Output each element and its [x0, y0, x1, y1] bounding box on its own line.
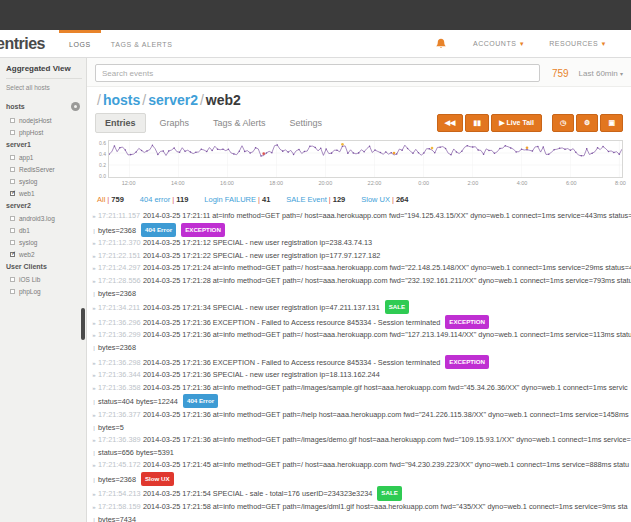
checkbox-icon[interactable]	[10, 277, 15, 282]
log-row[interactable]: »17:21:11.1572014-03-25 17:21:11 at=info…	[90, 210, 631, 237]
expand-chevron-icon[interactable]: »	[90, 211, 98, 223]
expand-chevron-icon[interactable]: »	[90, 435, 98, 447]
expand-chevron-icon[interactable]: »	[90, 358, 98, 370]
log-line-continued: |bytes=2368	[90, 342, 631, 355]
checkbox-icon[interactable]	[10, 240, 15, 245]
checkbox-icon[interactable]	[10, 216, 15, 221]
chart-plot-area[interactable]	[108, 140, 623, 178]
host-group-server2[interactable]: server2	[6, 199, 86, 212]
select-all-hosts-link[interactable]: Select all hosts	[6, 79, 86, 99]
time-button[interactable]: ◷	[552, 114, 574, 132]
log-row[interactable]: »17:21:24.2972014-03-25 17:21:24 at=info…	[90, 262, 631, 275]
expand-chevron-icon[interactable]: »	[90, 238, 98, 250]
sidebar-item-web1[interactable]: web1	[6, 187, 86, 199]
log-line: »17:21:34.2112014-03-25 17:21:34 SPECIAL…	[90, 300, 631, 315]
pause-button[interactable]: ▮▮	[465, 114, 489, 132]
sidebar-item-db1[interactable]: db1	[6, 224, 86, 236]
breadcrumb-hosts[interactable]: hosts	[103, 92, 140, 108]
tab-entries[interactable]: Entries	[95, 113, 146, 133]
sidebar-item-redisserver[interactable]: RedisServer	[6, 163, 86, 175]
settings-button[interactable]: ⚙	[576, 114, 598, 132]
expand-chevron-icon[interactable]: »	[90, 303, 98, 315]
expand-chevron-icon[interactable]: »	[90, 318, 98, 330]
breadcrumb-server2[interactable]: server2	[148, 92, 198, 108]
checkbox-checked-icon[interactable]	[10, 252, 15, 257]
checkbox-checked-icon[interactable]	[10, 191, 15, 196]
checkbox-icon[interactable]	[10, 179, 15, 184]
expand-chevron-icon[interactable]: »	[90, 263, 98, 275]
log-row[interactable]: »17:21:36.3772014-03-25 17:21:36 at=info…	[90, 409, 631, 434]
time-range-selector[interactable]: Last 60min ▾	[579, 69, 623, 78]
log-row[interactable]: »17:21:36.3892014-03-25 17:21:36 at=info…	[90, 434, 631, 459]
log-message: 2014-03-25 17:21:36 EXCEPTION - Failed t…	[143, 358, 440, 367]
log-row[interactable]: »17:21:36.3582014-03-25 17:21:36 at=info…	[90, 382, 631, 409]
log-row[interactable]: »17:21:36.2982014-03-25 17:21:36 EXCEPTI…	[90, 355, 631, 370]
filter-label: SALE Event	[286, 195, 326, 204]
notifications-bell-icon[interactable]	[435, 38, 447, 50]
expand-chevron-icon[interactable]: »	[90, 330, 98, 342]
checkbox-icon[interactable]	[10, 228, 15, 233]
log-timestamp: 17:21:54.213	[98, 488, 143, 500]
filter-all[interactable]: All|759	[97, 195, 124, 204]
export-button[interactable]: ▣	[600, 114, 623, 132]
logentries-logo[interactable]: entries	[0, 30, 59, 57]
log-row[interactable]: »17:21:12.3702014-03-25 17:21:12 SPECIAL…	[90, 237, 631, 250]
resources-menu[interactable]: RESOURCES ▼	[549, 40, 607, 47]
filter-slow-ux[interactable]: Slow UX|264	[361, 195, 408, 204]
host-group-user-clients[interactable]: User Clients	[6, 260, 86, 273]
host-group-server1[interactable]: server1	[6, 138, 86, 151]
sidebar-scrollbar-thumb[interactable]	[81, 308, 85, 340]
log-row[interactable]: »17:21:34.2112014-03-25 17:21:34 SPECIAL…	[90, 300, 631, 315]
aggregated-view-link[interactable]: Aggregated View	[6, 64, 82, 79]
log-row[interactable]: »17:21:36.2992014-03-25 17:21:36 at=info…	[90, 329, 631, 354]
log-row[interactable]: »17:21:54.2132014-03-25 17:21:54 SPECIAL…	[90, 486, 631, 501]
eye-icon[interactable]	[71, 102, 80, 111]
log-row[interactable]: »17:21:45.1722014-03-25 17:21:45 at=info…	[90, 459, 631, 486]
sidebar-item-web2[interactable]: web2	[6, 248, 86, 260]
accounts-menu[interactable]: ACCOUNTS ▼	[473, 40, 525, 47]
sidebar-item-syslog[interactable]: syslog	[6, 236, 86, 248]
log-row[interactable]: »17:21:58.1592014-03-25 17:21:58 at=info…	[90, 501, 631, 522]
sidebar-item-android3-log[interactable]: android3.log	[6, 212, 86, 224]
live-tail-button[interactable]: ▶ Live Tail	[491, 114, 542, 132]
sidebar-item-syslog[interactable]: syslog	[6, 175, 86, 187]
tab-tags-alerts[interactable]: Tags & Alerts	[203, 113, 276, 133]
expand-chevron-icon[interactable]: »	[90, 383, 98, 395]
expand-chevron-icon[interactable]: »	[90, 251, 98, 263]
checkbox-icon[interactable]	[10, 130, 15, 135]
expand-chevron-icon[interactable]: »	[90, 410, 98, 422]
sidebar-item-app1[interactable]: app1	[6, 151, 86, 163]
sidebar-item-phphost[interactable]: phpHost	[6, 126, 86, 138]
expand-chevron-icon[interactable]: »	[90, 502, 98, 514]
log-row[interactable]: »17:21:28.5562014-03-25 17:21:28 at=info…	[90, 275, 631, 300]
expand-chevron-icon[interactable]: »	[90, 489, 98, 501]
log-row[interactable]: »17:21:36.3442014-03-25 17:21:36 SPECIAL…	[90, 369, 631, 382]
filter-sale-event[interactable]: SALE Event|129	[286, 195, 345, 204]
filter-login-failure[interactable]: Login FAILURE|41	[204, 195, 270, 204]
log-row[interactable]: »17:21:22.1512014-03-25 17:21:22 SPECIAL…	[90, 250, 631, 263]
tab-graphs[interactable]: Graphs	[150, 113, 200, 133]
checkbox-icon[interactable]	[10, 167, 15, 172]
checkbox-icon[interactable]	[10, 118, 15, 123]
filter-count: 119	[176, 195, 188, 204]
checkbox-icon[interactable]	[10, 289, 15, 294]
filter-404-error[interactable]: 404 error|119	[140, 195, 189, 204]
expand-chevron-icon[interactable]: »	[90, 276, 98, 288]
log-line: »17:21:58.1592014-03-25 17:21:58 at=info…	[90, 501, 631, 514]
log-row[interactable]: »17:21:36.2962014-03-25 17:21:36 EXCEPTI…	[90, 315, 631, 330]
expand-chevron-icon[interactable]: »	[90, 370, 98, 382]
nav-tab-logs[interactable]: LOGS	[59, 30, 101, 57]
sidebar-item-ios-lib[interactable]: iOS Lib	[6, 273, 86, 285]
tab-settings[interactable]: Settings	[280, 113, 333, 133]
expand-chevron-icon[interactable]: »	[90, 460, 98, 472]
continuation-bar-icon: |	[90, 448, 98, 460]
checkbox-icon[interactable]	[10, 155, 15, 160]
nav-tab-tags-alerts[interactable]: TAGS & ALERTS	[101, 30, 183, 57]
search-input[interactable]	[95, 64, 540, 82]
host-group-hosts[interactable]: hosts	[6, 99, 86, 114]
sidebar-item-nodejshost[interactable]: nodejsHost	[6, 114, 86, 126]
log-timestamp: 17:21:28.556	[98, 275, 143, 287]
continuation-bar-icon: |	[90, 226, 98, 238]
skip-to-start-button[interactable]: ◀◀	[437, 114, 464, 132]
sidebar-item-phplog[interactable]: phpLog	[6, 285, 86, 297]
